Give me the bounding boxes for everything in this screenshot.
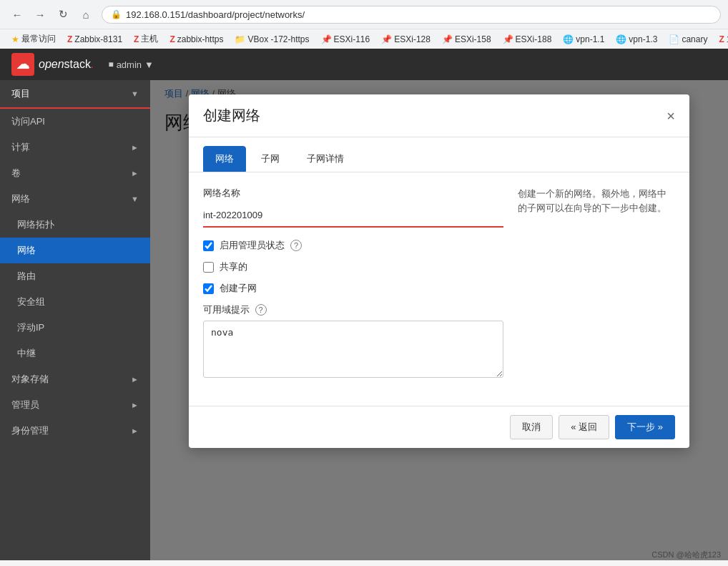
- bookmark-label: canary: [682, 34, 707, 44]
- bookmark-label: ESXi-158: [455, 34, 491, 44]
- tab-subnet[interactable]: 子网: [249, 146, 292, 172]
- os-logo: ☁ openstack.: [11, 53, 94, 76]
- modal-help-text: 创建一个新的网络。额外地，网络中的子网可以在向导的下一步中创建。: [518, 187, 675, 391]
- bookmark-vpn13[interactable]: 🌐 vpn-1.3: [611, 33, 661, 46]
- user-label: admin: [117, 59, 142, 70]
- chevron-down-icon: ▼: [131, 195, 139, 203]
- modal-overlay: 创建网络 × 网络 子网 子网详情 网络名称: [150, 80, 728, 560]
- sidebar-item-security-groups[interactable]: 安全组: [0, 289, 150, 315]
- sidebar-item-floating-ip[interactable]: 浮动IP: [0, 315, 150, 341]
- sidebar-item-object-storage[interactable]: 对象存储 ►: [0, 366, 150, 392]
- modal-close-button[interactable]: ×: [666, 109, 675, 123]
- create-subnet-label: 创建子网: [220, 282, 257, 295]
- user-menu[interactable]: ■ admin ▼: [102, 57, 159, 73]
- cancel-button[interactable]: 取消: [510, 415, 553, 439]
- bookmark-label: VBox -172-https: [247, 34, 309, 44]
- address-bar[interactable]: 🔒 192.168.0.151/dashboard/project/networ…: [102, 6, 721, 24]
- tab-subnet-detail[interactable]: 子网详情: [295, 146, 356, 172]
- dns-help-icon[interactable]: ?: [255, 304, 267, 316]
- bookmark-star[interactable]: ★ 最常访问: [7, 31, 60, 47]
- sidebar-item-api[interactable]: 访问API: [0, 109, 150, 135]
- sidebar-item-network[interactable]: 网络 ▼: [0, 186, 150, 212]
- content-area: 项目 / 网络 / 网络 网络 创建网络 × 网络 子网 子网详情: [150, 80, 728, 560]
- bookmark-zhuji[interactable]: Z 主机: [129, 31, 162, 47]
- pin-icon: 📌: [381, 34, 392, 44]
- sidebar-item-router[interactable]: 路由: [0, 263, 150, 289]
- os-logo-text: openstack.: [39, 58, 94, 71]
- bookmark-esxi188[interactable]: 📌 ESXi-188: [498, 33, 556, 46]
- modal-tabs: 网络 子网 子网详情: [189, 137, 689, 172]
- sidebar-item-label: 安全组: [17, 296, 45, 308]
- admin-state-checkbox[interactable]: [203, 240, 214, 251]
- sidebar-project-header[interactable]: 项目 ▼: [0, 80, 150, 109]
- bookmarks-bar: ★ 最常访问 Z Zabbix-8131 Z 主机 Z zabbix-https…: [0, 29, 728, 49]
- bookmark-label: zabbix-https: [177, 34, 224, 44]
- sidebar-item-admin[interactable]: 管理员 ►: [0, 392, 150, 418]
- bookmark-label: 主机: [141, 33, 158, 45]
- sidebar-item-label: 网络拓扑: [17, 218, 54, 231]
- shared-checkbox[interactable]: [203, 262, 214, 273]
- admin-state-help-icon[interactable]: ?: [290, 240, 302, 251]
- reload-button[interactable]: ↻: [53, 4, 73, 24]
- sidebar-item-label: 网络: [17, 244, 36, 257]
- create-subnet-group: 创建子网: [203, 282, 503, 295]
- openstack-header: ☁ openstack. ■ admin ▼: [0, 49, 728, 80]
- bookmark-zabbix8131[interactable]: Z Zabbix-8131: [63, 33, 127, 46]
- sidebar-item-networks[interactable]: 网络: [0, 238, 150, 263]
- browser-chrome: ← → ↻ ⌂ 🔒 192.168.0.151/dashboard/projec…: [0, 0, 728, 49]
- create-subnet-checkbox[interactable]: [203, 283, 214, 294]
- sidebar-item-label: 身份管理: [11, 424, 49, 437]
- forward-button[interactable]: →: [30, 4, 50, 24]
- sidebar-item-identity[interactable]: 身份管理 ►: [0, 418, 150, 444]
- sidebar: 项目 ▼ 访问API 计算 ► 卷 ► 网络 ▼ 网络拓扑 网络 路由 安全组: [0, 80, 150, 560]
- sidebar-item-label: 浮动IP: [17, 321, 44, 334]
- sidebar-project-label: 项目: [11, 87, 30, 100]
- admin-icon: ■: [108, 59, 113, 69]
- pin-icon: 📌: [442, 34, 453, 44]
- network-name-input[interactable]: [203, 204, 503, 228]
- chevron-right-icon: ►: [131, 143, 139, 152]
- bookmark-label: vpn-1.1: [576, 34, 604, 44]
- bookmark-zabbix-https[interactable]: Z zabbix-https: [165, 33, 227, 46]
- bookmark-label: ESXi-188: [516, 34, 552, 44]
- modal-title: 创建网络: [203, 106, 260, 125]
- nav-buttons: ← → ↻ ⌂: [7, 4, 96, 24]
- modal-form: 网络名称 启用管理员状态 ? 共享的: [203, 187, 503, 391]
- sidebar-item-topology[interactable]: 网络拓扑: [0, 212, 150, 238]
- modal-body: 网络名称 启用管理员状态 ? 共享的: [189, 172, 689, 406]
- sidebar-item-compute[interactable]: 计算 ►: [0, 135, 150, 160]
- sidebar-item-trunk[interactable]: 中继: [0, 341, 150, 366]
- bookmark-canary[interactable]: 📄 canary: [664, 33, 712, 46]
- bookmark-label: ESXi-116: [334, 34, 370, 44]
- shared-group: 共享的: [203, 260, 503, 273]
- chevron-right-icon: ►: [131, 426, 139, 435]
- bookmark-esxi116[interactable]: 📌 ESXi-116: [317, 33, 375, 46]
- z-icon: Z: [719, 34, 724, 44]
- back-button[interactable]: ←: [7, 4, 27, 24]
- bookmark-vbox[interactable]: 📁 VBox -172-https: [230, 33, 313, 46]
- sidebar-item-label: 路由: [17, 270, 36, 283]
- create-network-modal: 创建网络 × 网络 子网 子网详情 网络名称: [189, 94, 689, 448]
- dns-textarea[interactable]: nova: [203, 321, 503, 378]
- tab-network[interactable]: 网络: [203, 146, 246, 172]
- star-icon: ★: [11, 34, 19, 44]
- bookmark-esxi158[interactable]: 📌 ESXi-158: [438, 33, 496, 46]
- home-button[interactable]: ⌂: [76, 4, 96, 24]
- sidebar-item-volumes[interactable]: 卷 ►: [0, 160, 150, 186]
- pin-icon: 📌: [503, 34, 513, 44]
- z-icon: Z: [134, 34, 139, 44]
- chevron-right-icon: ►: [131, 375, 139, 384]
- chevron-right-icon: ►: [131, 169, 139, 177]
- pin-icon: 📌: [321, 34, 332, 44]
- bookmark-151[interactable]: Z 151: [714, 33, 728, 46]
- bookmark-vpn11[interactable]: 🌐 vpn-1.1: [559, 33, 609, 46]
- next-button[interactable]: 下一步 »: [615, 415, 675, 439]
- sidebar-item-label: 中继: [17, 347, 36, 360]
- admin-state-group: 启用管理员状态 ?: [203, 239, 503, 252]
- back-button[interactable]: « 返回: [559, 415, 609, 439]
- address-url: 192.168.0.151/dashboard/project/networks…: [126, 9, 305, 20]
- dns-label: 可用域提示 ?: [203, 303, 503, 316]
- shared-label: 共享的: [220, 260, 247, 273]
- bookmark-esxi128[interactable]: 📌 ESXi-128: [377, 33, 435, 46]
- globe-icon: 🌐: [616, 34, 626, 44]
